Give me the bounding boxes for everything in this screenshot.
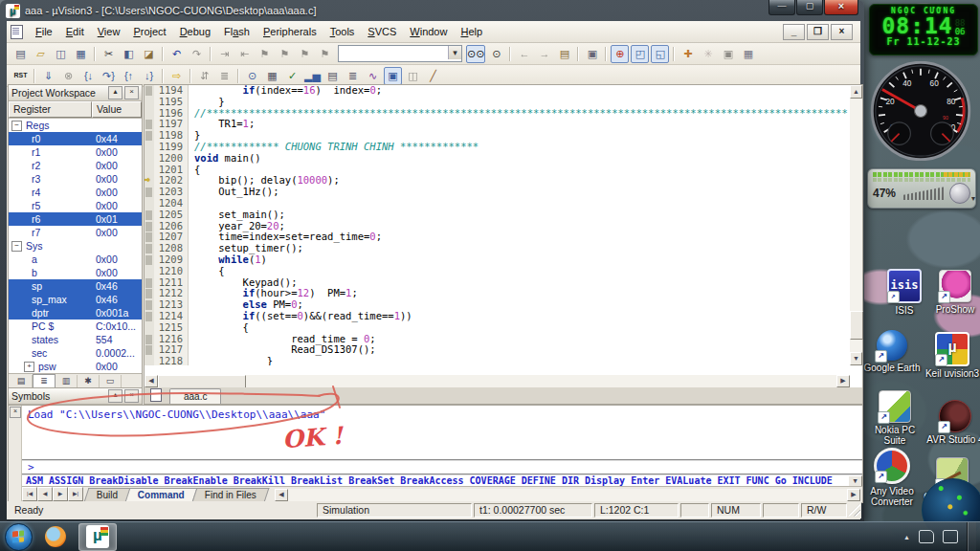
menu-file[interactable]: File	[29, 23, 59, 40]
navigate-back-button[interactable]: ←	[515, 45, 533, 63]
output-scroll-left[interactable]: ◀	[275, 489, 288, 501]
breakpoints-window-button[interactable]: ▦	[739, 45, 757, 63]
clock-gadget[interactable]: NGỌC CƯƠNG 08:14 88 06 Fr 11-12-23	[869, 4, 978, 55]
tab-last-button[interactable]: ▶|	[68, 487, 83, 501]
register-row-b[interactable]: b0x00	[9, 266, 142, 279]
serial-window-button[interactable]: ▤	[323, 67, 342, 85]
register-row-a[interactable]: a0x00	[9, 253, 142, 266]
step-over-button[interactable]: ↷}	[100, 67, 118, 85]
menu-peripherals[interactable]: Peripherals	[256, 23, 323, 40]
output-scroll-right[interactable]: ▶	[847, 489, 860, 501]
outdent-button[interactable]: ⇤	[235, 45, 254, 63]
desktop-icon-proshow[interactable]: ↗ProShow	[926, 270, 980, 315]
collapse-expander[interactable]: −	[11, 241, 22, 252]
output-tab-command[interactable]: Command	[125, 488, 198, 502]
output-horizontal-scrollbar[interactable]: ◀ ▶	[275, 489, 860, 501]
meter-dropdown-arrow[interactable]: ▾	[971, 194, 975, 203]
show-desktop-button[interactable]	[967, 522, 976, 551]
vertical-scroll-thumb[interactable]	[850, 311, 863, 340]
find-in-files-window-button[interactable]: ⊕	[611, 45, 629, 63]
kill-all-breakpoints-button[interactable]: ✳	[699, 45, 717, 63]
firefox-taskbar-button[interactable]	[38, 524, 73, 550]
workspace-title-bar[interactable]: Project Workspace ▴ ×	[9, 85, 142, 101]
file-tab-aaa-c[interactable]: aaa.c	[169, 388, 221, 404]
workspace-close-button[interactable]: ×	[124, 86, 139, 99]
close-button[interactable]: ×	[824, 0, 858, 15]
run-button[interactable]: ⇓	[39, 67, 57, 85]
indent-button[interactable]: ⇥	[215, 45, 234, 63]
next-bookmark-button[interactable]: ⚑	[296, 45, 314, 63]
horizontal-scroll-thumb[interactable]	[158, 375, 246, 388]
reset-cpu-button[interactable]: RST	[11, 67, 30, 85]
register-row-psw[interactable]: +psw0x00	[9, 360, 142, 373]
copy-button[interactable]: ◧	[120, 45, 138, 63]
scroll-up-button[interactable]: ▲	[850, 85, 862, 99]
registers-window-button[interactable]: ⇵	[195, 67, 213, 85]
editor-vertical-scrollbar[interactable]: ▲ ▼	[850, 85, 862, 365]
mdi-restore-button[interactable]: ❐	[807, 24, 829, 40]
editor-horizontal-scrollbar[interactable]: ◀ ▶	[145, 375, 850, 387]
find-text-combo[interactable]	[338, 45, 462, 62]
minimize-button[interactable]: —	[768, 0, 795, 15]
insert-breakpoint-button[interactable]: ✚	[679, 45, 697, 63]
register-row-r5[interactable]: r50x00	[9, 199, 142, 212]
register-row-dptr[interactable]: dptr0x001a	[9, 306, 142, 320]
register-row-r0[interactable]: r00x44	[9, 132, 142, 145]
prev-bookmark-button[interactable]: ⚑	[276, 45, 294, 63]
call-stack-window-button[interactable]: ≣	[215, 67, 234, 85]
step-into-button[interactable]: {↓	[79, 67, 98, 85]
desktop-icon-anyvideo[interactable]: ↗Any Video Converter	[863, 448, 921, 507]
register-row-sp-max[interactable]: sp_max0x46	[9, 293, 142, 306]
mdi-minimize-button[interactable]: _	[783, 24, 805, 40]
watch-window-button[interactable]: ⊙	[243, 67, 261, 85]
tray-action-center-icon[interactable]	[919, 530, 934, 543]
symbols-close-button[interactable]: ×	[124, 389, 139, 403]
output-content[interactable]: Load "C:\\Users\\NGOC-CUONG\\Desktop\\aa…	[22, 406, 862, 502]
register-row-sp[interactable]: sp0x46	[9, 279, 142, 293]
find-in-target-button[interactable]: ⊙⊙	[466, 45, 485, 63]
resize-grip[interactable]	[848, 504, 860, 517]
scroll-right-button[interactable]: ▶	[836, 375, 850, 387]
menu-edit[interactable]: Edit	[59, 23, 91, 40]
mdi-close-button[interactable]: ×	[831, 24, 853, 40]
workspace-pin-button[interactable]: ▴	[108, 86, 122, 99]
source-browser-button[interactable]: ◰	[631, 45, 649, 63]
scroll-left-button[interactable]: ◀	[145, 375, 158, 387]
disassembly-window-button[interactable]: ≣	[344, 67, 362, 85]
desktop-icon-keil[interactable]: µ↗Keil uvision3	[924, 332, 980, 379]
bookmarks-window-button[interactable]: ▤	[555, 45, 573, 63]
scroll-down-button[interactable]: ▼	[850, 352, 862, 365]
start-button[interactable]	[5, 523, 33, 551]
clear-bookmarks-button[interactable]: ⚑	[316, 45, 334, 63]
halt-button[interactable]: ⊗	[59, 67, 78, 85]
menu-debug[interactable]: Debug	[173, 23, 217, 40]
regs-tab[interactable]: ≣	[33, 374, 56, 388]
maximize-button[interactable]: ▢	[796, 0, 823, 15]
toggle-bookmark-button[interactable]: ⚑	[256, 45, 274, 63]
menu-view[interactable]: View	[91, 23, 127, 40]
tab-next-button[interactable]: ▶	[53, 487, 68, 501]
navigate-forward-button[interactable]: →	[535, 45, 553, 63]
menu-flash[interactable]: Flash	[217, 23, 256, 40]
command-prompt[interactable]: >	[22, 461, 862, 475]
menu-help[interactable]: Help	[454, 23, 489, 40]
code-coverage-window-button[interactable]: ✓	[283, 67, 301, 85]
register-row-r6[interactable]: r60x01	[9, 212, 142, 226]
output-tab-find-in-files[interactable]: Find in Files	[192, 488, 270, 502]
document-options-button[interactable]: ◱	[651, 45, 669, 63]
desktop-icon-isis[interactable]: isis↗ISIS	[876, 269, 933, 316]
register-row-r3[interactable]: r30x00	[9, 172, 142, 186]
step-out-button[interactable]: {↑	[120, 67, 138, 85]
enable-disable-breakpoint-button[interactable]: ▣	[719, 45, 737, 63]
tab-first-button[interactable]: |◀	[22, 487, 37, 501]
value-column-header[interactable]: Value	[92, 101, 142, 118]
symbols-pin-button[interactable]: ▴	[108, 389, 122, 403]
command-dropdown-button[interactable]: ▼	[848, 475, 862, 487]
output-close-button[interactable]: ×	[10, 407, 21, 418]
undo-button[interactable]: ↶	[167, 45, 186, 63]
print-button[interactable]: ▣	[583, 45, 601, 63]
register-row-pc-[interactable]: PC $C:0x10...	[9, 320, 142, 333]
register-row-r4[interactable]: r40x00	[9, 186, 142, 199]
save-file-button[interactable]: ◫	[52, 45, 70, 63]
tab-prev-button[interactable]: ◀	[37, 487, 53, 501]
